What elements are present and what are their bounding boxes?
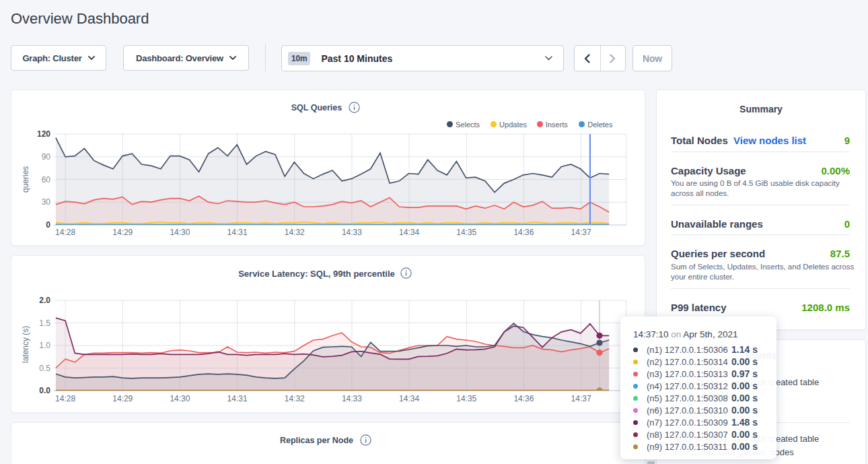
svg-text:60: 60 xyxy=(42,175,51,185)
svg-text:14:32: 14:32 xyxy=(285,228,305,237)
svg-text:14:29: 14:29 xyxy=(112,228,133,237)
svg-text:14:31: 14:31 xyxy=(227,228,248,237)
svg-text:120: 120 xyxy=(37,129,50,139)
svg-text:14:33: 14:33 xyxy=(342,394,362,403)
svg-text:0.0: 0.0 xyxy=(39,386,50,395)
svg-text:14:31: 14:31 xyxy=(227,394,248,403)
svg-text:14:35: 14:35 xyxy=(456,394,476,403)
svg-text:14:37: 14:37 xyxy=(571,228,591,237)
svg-text:2.0: 2.0 xyxy=(39,296,50,305)
svg-text:14:34: 14:34 xyxy=(399,394,419,403)
svg-text:30: 30 xyxy=(42,197,51,207)
svg-text:90: 90 xyxy=(42,152,51,162)
svg-text:14:34: 14:34 xyxy=(399,228,419,237)
svg-text:0: 0 xyxy=(46,220,50,230)
svg-text:14:33: 14:33 xyxy=(342,228,362,237)
svg-text:1.0: 1.0 xyxy=(39,341,50,350)
svg-text:14:30: 14:30 xyxy=(170,394,190,403)
svg-text:0.5: 0.5 xyxy=(39,364,50,373)
svg-text:14:35: 14:35 xyxy=(456,228,476,237)
svg-text:14:32: 14:32 xyxy=(285,394,305,403)
svg-text:14:28: 14:28 xyxy=(55,394,75,403)
svg-text:14:36: 14:36 xyxy=(513,228,534,237)
svg-text:14:28: 14:28 xyxy=(55,228,75,237)
svg-text:14:36: 14:36 xyxy=(513,394,534,403)
svg-text:14:29: 14:29 xyxy=(112,394,133,403)
svg-text:14:37: 14:37 xyxy=(571,394,591,403)
svg-text:1.5: 1.5 xyxy=(39,319,50,328)
svg-text:14:30: 14:30 xyxy=(170,228,190,237)
